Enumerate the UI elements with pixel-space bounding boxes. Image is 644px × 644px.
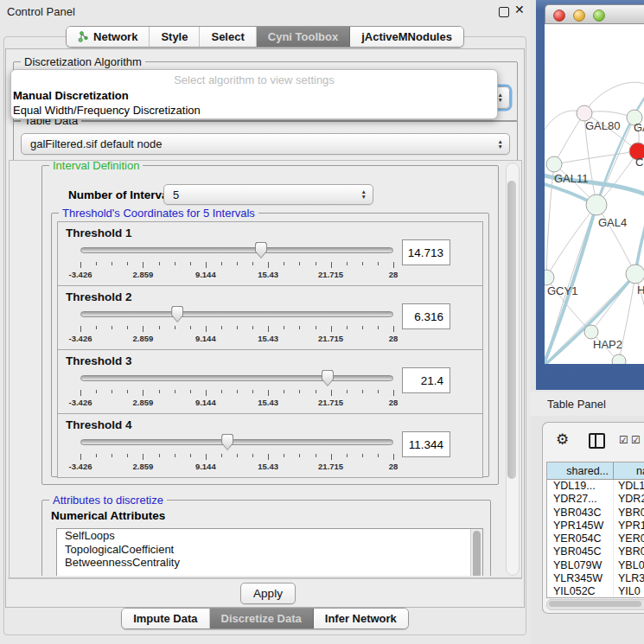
tab-network[interactable]: Network: [67, 27, 150, 47]
column-header[interactable]: na: [614, 462, 644, 479]
num-intervals-combo[interactable]: 5 ▲▼: [163, 184, 373, 205]
table-row[interactable]: YDL19...YDL1: [547, 480, 644, 493]
attribute-list-item[interactable]: BetweennessCentrality: [57, 556, 482, 570]
tab-impute-data[interactable]: Impute Data: [122, 609, 209, 628]
scrollbar-thumb[interactable]: [549, 601, 641, 607]
tick-mark: [378, 390, 379, 393]
attributes-list-scrollbar[interactable]: [470, 529, 482, 576]
threshold-slider[interactable]: -3.4262.8599.14415.4321.71528: [80, 242, 393, 280]
slider-thumb[interactable]: [171, 306, 183, 322]
network-edge: [554, 151, 638, 164]
float-window-icon[interactable]: [499, 7, 509, 17]
minimize-traffic-light-icon[interactable]: [573, 10, 585, 22]
threshold-value-field[interactable]: 14.713: [402, 239, 450, 265]
threshold-value-field[interactable]: 6.316: [402, 303, 450, 329]
scrollbar-thumb[interactable]: [473, 531, 481, 576]
threshold-slider[interactable]: -3.4262.8599.14415.4321.71528: [80, 370, 393, 408]
tick-label: -3.426: [69, 462, 92, 471]
bottom-tabbar: Impute DataDiscretize DataInfer Network: [0, 608, 530, 629]
network-canvas[interactable]: GAL80GACGAL11GAL4GCY1HHAP2: [545, 24, 644, 364]
slider-track[interactable]: [80, 439, 393, 445]
checkbox-checked-icon[interactable]: ☑: [631, 435, 641, 445]
threshold-slider[interactable]: -3.4262.8599.14415.4321.71528: [80, 306, 393, 344]
table-data-combo[interactable]: galFiltered.sif default node ▲▼: [21, 133, 510, 155]
node-label: H: [637, 284, 644, 296]
tick-label: 15.43: [258, 398, 278, 407]
algorithm-option[interactable]: Manual Discretization: [11, 88, 497, 103]
scrollbar-thumb[interactable]: [507, 181, 516, 479]
settings-scrollbar[interactable]: [506, 163, 520, 576]
node-label: GA: [634, 121, 644, 134]
network-view-window: GAL80GACGAL11GAL4GCY1HHAP2: [536, 0, 644, 390]
tick-mark: [96, 326, 97, 329]
table-row[interactable]: YLR345WYLR3: [547, 572, 644, 585]
tick-mark: [80, 454, 81, 460]
table-row[interactable]: YDR27...YDR2: [547, 493, 644, 506]
table-row[interactable]: YBL079WYBL0: [547, 559, 644, 572]
network-node[interactable]: [586, 194, 607, 215]
tick-mark: [378, 326, 379, 329]
network-node[interactable]: [546, 156, 562, 172]
table-cell: YER054C: [547, 532, 614, 545]
gear-icon[interactable]: ⚙: [556, 431, 569, 449]
tick-mark: [206, 326, 207, 332]
tab-label: Impute Data: [133, 612, 197, 625]
checkbox-checked-icon[interactable]: ☑: [619, 435, 628, 445]
apply-button[interactable]: Apply: [240, 583, 296, 604]
close-traffic-light-icon[interactable]: [553, 10, 565, 22]
network-node[interactable]: [626, 265, 644, 284]
network-node[interactable]: [584, 325, 598, 339]
combo-stepper-icon: ▲▼: [498, 92, 503, 103]
tab-discretize-data[interactable]: Discretize Data: [210, 609, 314, 628]
table-cell: YBR043C: [547, 507, 614, 520]
table-row[interactable]: YPR145WYPR1: [547, 520, 644, 532]
table-row[interactable]: YBR045CYBR0: [547, 545, 644, 558]
tick-label: 15.43: [258, 270, 278, 279]
threshold-value-field[interactable]: 21.4: [402, 367, 450, 393]
algorithm-prompt: Select algorithm to view settings: [11, 73, 497, 88]
combo-value: galFiltered.sif default node: [30, 137, 162, 150]
slider-thumb[interactable]: [221, 434, 233, 450]
algorithm-option[interactable]: Equal Width/Frequency Discretization: [11, 103, 497, 118]
combo-stepper-icon: ▲▼: [361, 189, 367, 200]
table-cell: YLR3: [614, 572, 644, 585]
threshold-value-field[interactable]: 11.344: [402, 431, 450, 457]
tab-select[interactable]: Select: [200, 27, 256, 47]
table-horizontal-scrollbar[interactable]: [546, 599, 644, 610]
attribute-list-item[interactable]: TopologicalCoefficient: [57, 543, 482, 557]
slider-track[interactable]: [80, 311, 393, 317]
table-row[interactable]: YER054CYER0: [547, 532, 644, 545]
slider-thumb[interactable]: [322, 370, 334, 386]
tick-mark: [299, 454, 300, 457]
network-window-titlebar[interactable]: [545, 4, 644, 24]
close-icon[interactable]: ✕: [514, 3, 525, 16]
table-cell: YPR145W: [547, 520, 614, 532]
tick-mark: [206, 262, 207, 268]
slider-track[interactable]: [80, 247, 393, 253]
tick-label: 9.144: [195, 398, 216, 407]
table-row[interactable]: YIL052CYIL0: [547, 585, 644, 598]
slider-track[interactable]: [80, 375, 393, 381]
tick-label: 9.144: [195, 270, 216, 279]
threshold-slider[interactable]: -3.4262.8599.14415.4321.71528: [80, 434, 393, 472]
tick-mark: [80, 262, 81, 268]
apply-bar: Apply: [8, 578, 522, 605]
attribute-list-item[interactable]: SelfLoops: [57, 529, 482, 543]
tick-mark: [316, 262, 316, 265]
tab-style[interactable]: Style: [150, 27, 200, 47]
network-node[interactable]: [612, 354, 626, 364]
table-cell: YDL19...: [547, 480, 614, 493]
tab-jactivemnodules[interactable]: jActiveMNodules: [350, 27, 463, 47]
tab-infer-network[interactable]: Infer Network: [314, 609, 408, 628]
tick-mark: [331, 454, 332, 460]
network-node[interactable]: [545, 270, 554, 285]
tab-cyni-toolbox[interactable]: Cyni Toolbox: [257, 27, 350, 47]
zoom-traffic-light-icon[interactable]: [593, 10, 605, 22]
table-row[interactable]: YBR043CYBR0: [547, 507, 644, 520]
slider-thumb[interactable]: [255, 242, 267, 258]
cyni-toolbox-panel: Discretization Algorithm ▲▼ Table Data g…: [5, 48, 525, 608]
tick-mark: [284, 454, 284, 457]
column-layout-icon[interactable]: [589, 433, 605, 449]
column-header[interactable]: shared...: [547, 462, 614, 479]
tick-mark: [190, 454, 191, 457]
